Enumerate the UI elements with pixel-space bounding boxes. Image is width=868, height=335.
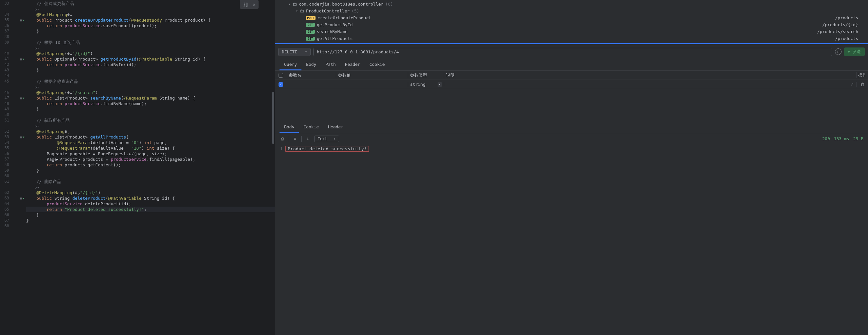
scrollbar-thumb[interactable] [272, 92, 274, 144]
tab-header[interactable]: Header [340, 59, 365, 70]
code-line[interactable]: // 获取所有产品 [26, 118, 275, 123]
code-line[interactable]: ▷~ [26, 84, 275, 90]
send-icon: ➤ [847, 50, 851, 54]
endpoint-path: /products [835, 16, 858, 20]
api-panel: ▾ 🗀 com.coderjia.boot318es.controller (6… [275, 0, 868, 335]
code-line[interactable]: } [26, 218, 275, 223]
code-line[interactable] [26, 173, 275, 179]
wrap-icon[interactable]: ≡ [292, 135, 298, 142]
endpoint-row[interactable]: GET searchByName /products/search [275, 28, 868, 35]
params-table: 参数名 参数值 参数类型 说明 操作 ✓ string ▾ ⤢ [275, 71, 868, 89]
response-tab-body[interactable]: Body [280, 122, 299, 133]
chevron-down-icon: ▾ [438, 82, 442, 87]
endpoint-name: getAllProducts [317, 36, 353, 41]
code-line[interactable]: public Product createOrUpdateProduct(@Re… [26, 17, 275, 23]
code-line[interactable]: } [26, 29, 275, 34]
response-tab-cookie[interactable]: Cookie [299, 122, 323, 133]
response-body: 1 Product deleted successfully! [275, 144, 868, 154]
endpoint-row[interactable]: GET getAllProducts /products [275, 35, 868, 42]
code-line[interactable]: ▷~ [26, 123, 275, 129]
code-line[interactable]: return productService.findByName(name); [26, 101, 275, 106]
code-line[interactable] [26, 223, 275, 229]
code-line[interactable]: productService.deleteProduct(id); [26, 201, 275, 207]
tab-query[interactable]: Query [280, 59, 302, 70]
code-line[interactable]: public String deleteProduct(@PathVariabl… [26, 195, 275, 201]
code-line[interactable]: public List<Product> searchByName(@Reque… [26, 95, 275, 101]
code-line[interactable]: ▷~ [26, 6, 275, 12]
send-button[interactable]: ➤ 发送 [844, 48, 865, 56]
http-method-badge: GET [306, 37, 315, 40]
tab-body[interactable]: Body [302, 59, 321, 70]
history-button[interactable]: ↻ [835, 49, 841, 55]
code-line[interactable]: public List<Product> getAllProducts( [26, 134, 275, 140]
download-icon[interactable]: ⬇ [305, 135, 311, 142]
code-line[interactable]: Pageable pageable = PageRequest.of(page,… [26, 151, 275, 156]
endpoint-path: /products/{id} [822, 22, 858, 27]
endpoint-path: /products/search [817, 29, 858, 34]
code-line[interactable]: } [26, 106, 275, 112]
code-line[interactable]: // 根据名称查询产品 [26, 79, 275, 84]
select-all-checkbox[interactable] [279, 73, 283, 78]
code-line[interactable] [26, 112, 275, 118]
code-line[interactable]: @DeleteMapping(⊕⌄"/{id}") [26, 190, 275, 195]
code-line[interactable]: // 根据 ID 查询产品 [26, 40, 275, 45]
status-size: 29 B [853, 136, 863, 141]
format-icon[interactable]: ⎙ [280, 135, 285, 142]
format-select[interactable]: Text ▾ [314, 135, 339, 142]
code-line[interactable]: } [26, 212, 275, 218]
chevron-down-icon[interactable]: ▾ [289, 2, 291, 6]
code-line[interactable]: return "Product deleted successfully!"; [26, 207, 275, 212]
col-ops-header: 操作 [856, 72, 868, 78]
code-line[interactable]: @PostMapping⊕⌄ [26, 12, 275, 17]
http-method-select[interactable]: DELETE ▾ [278, 48, 311, 56]
code-line[interactable]: @GetMapping(⊕⌄"/search") [26, 90, 275, 95]
code-line[interactable]: Page<Product> products = productService.… [26, 156, 275, 162]
code-line[interactable]: ▷~ [26, 184, 275, 190]
package-label: com.coderjia.boot318es.controller [299, 2, 383, 6]
code-line[interactable]: // 删除产品 [26, 179, 275, 184]
expand-icon[interactable]: ⤢ [851, 82, 854, 87]
code-line[interactable]: } [26, 168, 275, 173]
ai-action-icon[interactable]: ⟆⟧ [243, 2, 248, 7]
code-line[interactable]: public Optional<Product> getProductById(… [26, 56, 275, 62]
send-gutter-icon[interactable]: ➤ [22, 56, 26, 62]
tab-path[interactable]: Path [321, 59, 340, 70]
controller-label: ProductController [306, 8, 349, 13]
code-line[interactable]: @RequestParam(defaultValue = "0") int pa… [26, 140, 275, 145]
close-icon[interactable]: ✕ [253, 2, 255, 7]
param-desc-input[interactable]: ⤢ [444, 82, 856, 87]
param-type-select[interactable]: string ▾ [408, 82, 444, 87]
send-gutter-icon[interactable]: ➤ [22, 95, 26, 101]
delete-row-button[interactable]: 🗑 [856, 82, 868, 87]
endpoint-row[interactable]: GET getProductById /products/{id} [275, 21, 868, 28]
code-line[interactable]: @GetMapping⊕⌄ [26, 129, 275, 134]
chevron-down-icon[interactable]: ▾ [296, 9, 298, 13]
response-tab-header[interactable]: Header [323, 122, 348, 133]
code-line[interactable]: ▷~ [26, 45, 275, 51]
send-gutter-icon[interactable]: ➤ [22, 195, 26, 201]
tree-controller-row[interactable]: ▾ 🗀 ProductController (5) [275, 7, 868, 14]
code-line[interactable]: return productService.findById(id); [26, 62, 275, 67]
tab-cookie[interactable]: Cookie [365, 59, 390, 70]
url-input[interactable]: http://127.0.0.1:8081/products/4 [313, 48, 832, 56]
url-value: http://127.0.0.1:8081/products/4 [317, 50, 399, 54]
line-gutter: 333435◉➤363738394041◉➤424344454647◉➤4849… [0, 0, 26, 335]
chevron-down-icon: ▾ [334, 137, 336, 141]
send-gutter-icon[interactable]: ➤ [22, 17, 26, 23]
code-line[interactable]: @RequestParam(defaultValue = "10") int s… [26, 145, 275, 151]
code-line[interactable] [26, 34, 275, 40]
code-line[interactable]: // 创建或更新产品 [26, 1, 275, 6]
code-line[interactable]: } [26, 67, 275, 73]
endpoint-row[interactable]: POST createOrUpdateProduct /products [275, 14, 868, 21]
endpoint-path: /products [835, 36, 858, 41]
code-line[interactable]: return productService.saveProduct(produc… [26, 23, 275, 29]
code-line[interactable]: @GetMapping(⊕⌄"/{id}") [26, 51, 275, 56]
send-label: 发送 [852, 49, 861, 55]
code-area[interactable]: ⟆⟧ ✕ // 创建或更新产品 ▷~ @PostMapping⊕⌄ public… [26, 0, 275, 335]
row-checkbox[interactable]: ✓ [279, 82, 283, 87]
code-line[interactable] [26, 73, 275, 79]
tree-package-row[interactable]: ▾ 🗀 com.coderjia.boot318es.controller (6… [275, 1, 868, 7]
controller-count: (5) [351, 8, 359, 13]
send-gutter-icon[interactable]: ➤ [22, 134, 26, 140]
code-line[interactable]: return products.getContent(); [26, 162, 275, 168]
